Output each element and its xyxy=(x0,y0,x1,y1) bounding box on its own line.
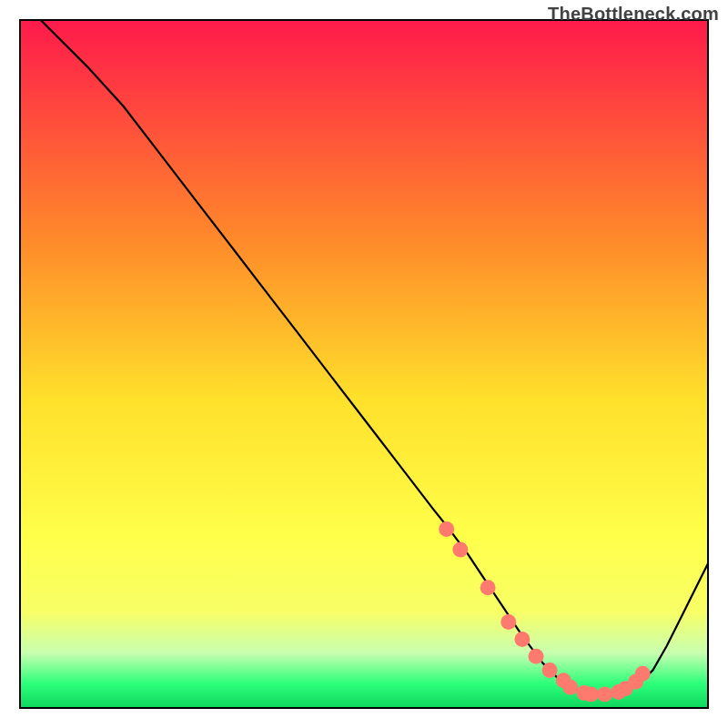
plot-background xyxy=(20,20,708,708)
marker-point xyxy=(562,680,578,695)
marker-point xyxy=(452,542,468,558)
marker-point xyxy=(597,686,612,702)
attribution-text: TheBottleneck.com xyxy=(548,4,719,25)
marker-point xyxy=(480,580,496,595)
marker-point xyxy=(439,521,454,537)
bottleneck-chart xyxy=(0,0,728,728)
marker-point xyxy=(500,614,516,630)
marker-point xyxy=(529,649,544,664)
marker-point xyxy=(542,662,558,678)
chart-container: { "attribution": "TheBottleneck.com", "c… xyxy=(0,0,728,728)
marker-point xyxy=(514,632,530,647)
marker-point xyxy=(635,666,651,682)
marker-point xyxy=(583,686,599,702)
